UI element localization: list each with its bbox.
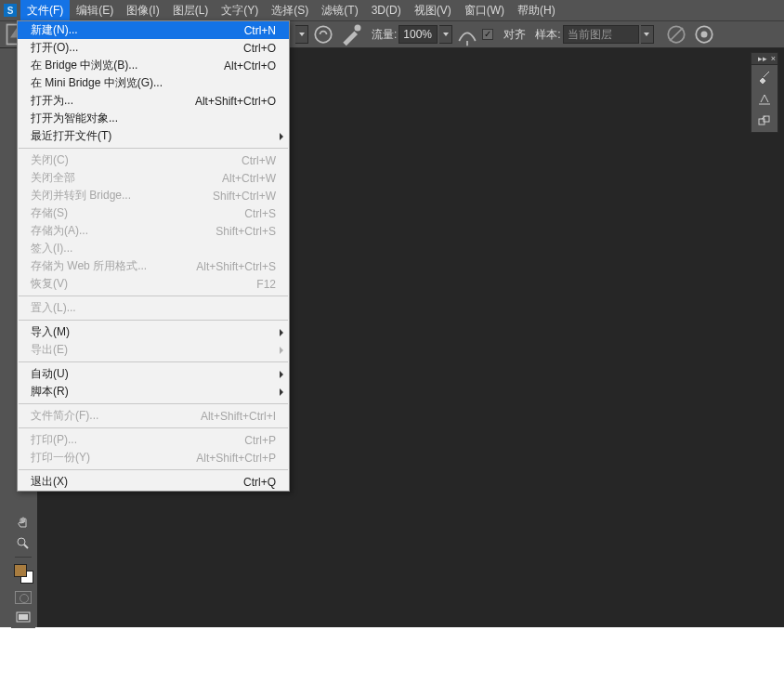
menu-item-shortcut: Shift+Ctrl+W xyxy=(213,190,276,203)
menu-help[interactable]: 帮助(H) xyxy=(511,0,562,20)
foreground-color-swatch[interactable] xyxy=(14,564,27,577)
menu-window[interactable]: 窗口(W) xyxy=(458,0,511,20)
file-menu-item[interactable]: 在 Bridge 中浏览(B)...Alt+Ctrl+O xyxy=(18,57,289,74)
menu-type[interactable]: 文字(Y) xyxy=(215,0,265,20)
svg-line-4 xyxy=(670,28,683,41)
align-checkbox[interactable]: ✓ xyxy=(482,29,493,40)
menu-item-label: 存储为 Web 所用格式... xyxy=(31,258,147,274)
sample-dropdown-icon[interactable] xyxy=(641,25,654,44)
menu-item-shortcut: Shift+Ctrl+S xyxy=(216,225,276,238)
file-menu-item[interactable]: 打开(O)...Ctrl+O xyxy=(18,39,289,57)
menu-item-label: 打印一份(Y) xyxy=(31,450,90,466)
menu-item-label: 签入(I)... xyxy=(31,241,72,256)
menu-item-label: 打开(O)... xyxy=(31,40,78,56)
file-menu-item: 导出(E) xyxy=(18,341,289,359)
menu-item-label: 脚本(R) xyxy=(31,384,69,400)
menu-file[interactable]: 文件(F) xyxy=(20,0,70,20)
menu-separator xyxy=(19,469,288,470)
flow-label: 流量: xyxy=(372,27,397,43)
panel-collapse-bar[interactable]: ▸▸ × xyxy=(751,52,778,65)
menu-item-label: 关闭并转到 Bridge... xyxy=(31,188,131,204)
brush-presets-panel-icon[interactable] xyxy=(751,65,777,87)
menu-layer[interactable]: 图层(L) xyxy=(166,0,216,20)
pressure-opacity-icon[interactable] xyxy=(310,23,336,46)
file-menu-item: 打印一份(Y)Alt+Shift+Ctrl+P xyxy=(18,449,289,466)
menu-separator xyxy=(19,320,288,321)
menu-separator xyxy=(19,427,288,428)
menu-edit[interactable]: 编辑(E) xyxy=(70,0,120,20)
menu-item-shortcut: Alt+Ctrl+O xyxy=(224,59,276,72)
screen-mode-icon[interactable] xyxy=(11,608,35,628)
menu-item-shortcut: Ctrl+O xyxy=(243,42,276,55)
flow-dropdown-icon[interactable] xyxy=(439,25,452,44)
menu-separator xyxy=(19,148,288,149)
file-menu-item[interactable]: 脚本(R) xyxy=(18,383,289,401)
expand-panels-icon[interactable]: ▸▸ xyxy=(758,55,767,63)
sample-select[interactable]: 当前图层 xyxy=(563,25,639,44)
toolbar-separator xyxy=(11,554,35,559)
menu-item-label: 最近打开文件(T) xyxy=(31,128,111,144)
hand-tool-icon[interactable] xyxy=(11,513,35,533)
menu-item-label: 恢复(V) xyxy=(31,276,68,292)
ignore-adjustment-icon[interactable] xyxy=(663,23,689,46)
menu-item-shortcut: Alt+Ctrl+W xyxy=(222,172,276,185)
menu-item-shortcut: Ctrl+W xyxy=(242,154,276,167)
svg-point-6 xyxy=(700,32,707,38)
file-menu-item: 文件简介(F)...Alt+Shift+Ctrl+I xyxy=(18,407,289,425)
svg-point-7 xyxy=(18,538,25,545)
opacity-dropdown-icon[interactable] xyxy=(295,25,308,44)
svg-rect-10 xyxy=(19,614,28,620)
svg-line-8 xyxy=(24,545,28,548)
file-menu-item[interactable]: 打开为智能对象... xyxy=(18,110,289,127)
file-menu-item: 存储为(A)...Shift+Ctrl+S xyxy=(18,222,289,240)
submenu-arrow-icon xyxy=(280,329,283,336)
close-panels-icon[interactable]: × xyxy=(771,55,776,63)
file-menu-item[interactable]: 退出(X)Ctrl+Q xyxy=(18,473,289,491)
menu-item-label: 新建(N)... xyxy=(31,22,78,38)
file-menu-item: 关闭并转到 Bridge...Shift+Ctrl+W xyxy=(18,187,289,204)
menu-item-label: 打印(P)... xyxy=(31,432,77,448)
file-menu-item[interactable]: 最近打开文件(T) xyxy=(18,127,289,145)
submenu-arrow-icon xyxy=(280,347,283,354)
zoom-tool-icon[interactable] xyxy=(11,533,35,554)
file-menu-item[interactable]: 打开为...Alt+Shift+Ctrl+O xyxy=(18,92,289,110)
menu-3d[interactable]: 3D(D) xyxy=(365,0,408,20)
menu-item-label: 关闭(C) xyxy=(31,152,69,168)
submenu-arrow-icon xyxy=(280,371,283,378)
file-menu-item[interactable]: 新建(N)...Ctrl+N xyxy=(18,21,289,39)
svg-point-2 xyxy=(355,25,361,32)
menu-item-shortcut: F12 xyxy=(256,278,276,291)
menu-image[interactable]: 图像(I) xyxy=(120,0,165,20)
menu-item-shortcut: Ctrl+P xyxy=(244,434,276,447)
file-menu-item: 置入(L)... xyxy=(18,299,289,317)
file-menu-item[interactable]: 自动(U) xyxy=(18,365,289,383)
menu-view[interactable]: 视图(V) xyxy=(408,0,458,20)
brush-angle-icon[interactable] xyxy=(338,23,364,46)
file-menu-item: 恢复(V)F12 xyxy=(18,275,289,293)
menu-item-label: 关闭全部 xyxy=(31,170,75,186)
clone-source-panel-icon[interactable] xyxy=(751,110,777,132)
brush-panel-icon[interactable] xyxy=(751,87,777,110)
right-panel-dock: ▸▸ × xyxy=(751,52,778,133)
file-menu-item[interactable]: 在 Mini Bridge 中浏览(G)... xyxy=(18,74,289,92)
menu-filter[interactable]: 滤镜(T) xyxy=(315,0,364,20)
app-logo-icon: S xyxy=(4,4,17,17)
menu-item-label: 在 Bridge 中浏览(B)... xyxy=(31,58,137,73)
color-swatches[interactable] xyxy=(11,561,35,587)
flow-field[interactable]: 100% xyxy=(399,25,438,44)
menu-item-shortcut: Alt+Shift+Ctrl+S xyxy=(196,260,276,273)
menubar: S 文件(F) 编辑(E) 图像(I) 图层(L) 文字(Y) 选择(S) 滤镜… xyxy=(0,0,784,20)
airbrush-icon[interactable] xyxy=(454,23,480,46)
file-menu-item[interactable]: 导入(M) xyxy=(18,323,289,341)
submenu-arrow-icon xyxy=(280,133,283,140)
quick-mask-icon[interactable] xyxy=(11,587,35,608)
pressure-size-icon[interactable] xyxy=(691,23,717,46)
menu-item-shortcut: Alt+Shift+Ctrl+P xyxy=(196,452,276,465)
menu-item-label: 打开为智能对象... xyxy=(31,111,118,126)
menu-item-label: 存储(S) xyxy=(31,205,68,221)
menu-item-shortcut: Alt+Shift+Ctrl+I xyxy=(201,410,276,423)
menu-item-shortcut: Alt+Shift+Ctrl+O xyxy=(195,95,276,108)
sample-label: 样本: xyxy=(535,27,560,43)
menu-select[interactable]: 选择(S) xyxy=(265,0,315,20)
menu-item-shortcut: Ctrl+S xyxy=(244,207,276,220)
